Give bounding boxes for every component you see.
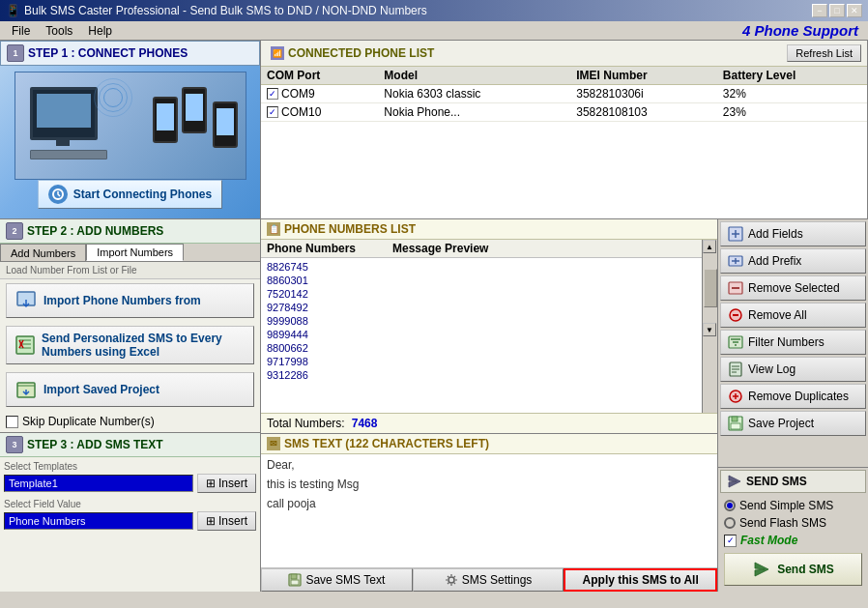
add-fields-label: Add Fields — [748, 227, 803, 241]
add-fields-icon — [727, 225, 744, 243]
phone3 — [213, 101, 238, 148]
remove-duplicates-button[interactable]: Remove Duplicates — [720, 384, 866, 409]
checkbox-com10[interactable]: ✓ — [267, 106, 278, 118]
model-com10: Nokia Phone... — [378, 103, 570, 122]
sms-text-area[interactable]: Dear, this is testing Msg call pooja — [261, 454, 717, 567]
col-preview-header: Message Preview — [392, 242, 711, 255]
step3-icon: 3 — [6, 436, 23, 453]
num-row-1: 8826745 — [267, 260, 711, 274]
filter-numbers-label: Filter Numbers — [748, 335, 825, 349]
refresh-button[interactable]: Refresh List — [787, 44, 861, 62]
menu-file[interactable]: File — [4, 22, 38, 40]
num-row-5: 9999088 — [267, 314, 711, 328]
insert-template-button[interactable]: ⊞ Insert — [197, 474, 256, 493]
action-buttons: Add Fields Add Prefix Remove Selected — [718, 219, 868, 467]
apply-sms-button[interactable]: Apply this SMS to All — [564, 568, 717, 592]
skip-duplicate-checkbox[interactable] — [6, 416, 18, 428]
menubar: File Tools Help 4 Phone Support — [0, 21, 868, 41]
monitor-screen — [37, 94, 91, 128]
start-btn-label: Start Connecting Phones — [73, 188, 212, 201]
send-personalized-button[interactable]: Send Personalized SMS to Every Numbers u… — [6, 326, 254, 364]
save-project-button[interactable]: Save Project — [720, 411, 866, 436]
remove-selected-button[interactable]: Remove Selected — [720, 275, 866, 301]
skip-label: Skip Duplicate Number(s) — [22, 415, 155, 428]
sms-footer: Save SMS Text SMS Settings Apply this SM… — [261, 567, 717, 592]
filter-numbers-button[interactable]: Filter Numbers — [720, 330, 866, 355]
excel-icon — [14, 333, 36, 357]
battery-com10: 23% — [717, 103, 867, 122]
connect-icon — [48, 185, 68, 204]
numbers-table-area: Phone Numbers Message Preview 8826745 88… — [261, 240, 717, 413]
svg-rect-2 — [16, 336, 34, 354]
num-row-9: 9312286 — [267, 368, 711, 382]
right-column: Add Fields Add Prefix Remove Selected — [718, 219, 868, 592]
close-button[interactable]: ✕ — [847, 4, 862, 17]
main-content: 1 STEP 1 : CONNECT PHONES — [0, 41, 868, 581]
menu-help[interactable]: Help — [80, 22, 120, 40]
sms-panel: ✉ SMS TEXT (122 CHARACTERS LEFT) Dear, t… — [261, 433, 718, 592]
log-icon — [727, 361, 744, 378]
view-log-button[interactable]: View Log — [720, 357, 866, 382]
step3-panel: 3 STEP 3 : ADD SMS TEXT Select Templates… — [0, 432, 261, 592]
num-row-8: 9717998 — [267, 355, 711, 368]
project-icon — [14, 378, 38, 401]
sms-title: SMS TEXT (122 CHARACTERS LEFT) — [284, 437, 489, 450]
tab-add-numbers[interactable]: Add Numbers — [0, 244, 86, 261]
save-project-label: Save Project — [748, 417, 814, 430]
send-sms-button[interactable]: Send SMS — [724, 553, 862, 586]
field-value-select[interactable]: Phone Numbers — [4, 512, 193, 530]
scroll-down-btn[interactable]: ▼ — [703, 323, 716, 336]
import-phone-numbers-button[interactable]: Import Phone Numbers from — [6, 283, 254, 318]
fast-mode-checkbox[interactable]: ✓ — [724, 535, 737, 547]
sms-settings-button[interactable]: SMS Settings — [413, 568, 564, 592]
maximize-button[interactable]: □ — [829, 4, 845, 17]
personalized-btn-label: Send Personalized SMS to Every Numbers u… — [42, 332, 246, 359]
total-row: Total Numbers: 7468 — [261, 413, 717, 433]
remove-all-button[interactable]: Remove All — [720, 303, 866, 328]
start-connecting-button[interactable]: Start Connecting Phones — [38, 180, 222, 209]
numbers-body: 8826745 8860301 7520142 9278492 9999088 … — [261, 258, 717, 413]
checkbox-com9[interactable]: ✓ — [267, 88, 278, 100]
num-row-6: 9899444 — [267, 328, 711, 341]
brand-text: 4 Phone Support — [742, 22, 864, 39]
save-sms-button[interactable]: Save SMS Text — [261, 568, 413, 592]
template-select[interactable]: Template1 — [4, 475, 193, 492]
tab-import-numbers[interactable]: Import Numbers — [86, 244, 184, 261]
phone1 — [153, 97, 178, 143]
import-saved-project-button[interactable]: Import Saved Project — [6, 372, 254, 407]
add-prefix-button[interactable]: Add Prefix — [720, 248, 866, 274]
num-row-4: 9278492 — [267, 301, 711, 314]
scroll-thumb[interactable] — [704, 269, 717, 307]
send-title: SEND SMS — [746, 475, 807, 488]
imei-com10: 35828108103 — [570, 103, 717, 122]
step3-header: 3 STEP 3 : ADD SMS TEXT — [0, 433, 260, 457]
minimize-button[interactable]: − — [812, 4, 827, 17]
numbers-list: 8826745 8860301 7520142 9278492 9999088 … — [261, 258, 717, 413]
send-simple-row: Send Simple SMS — [720, 497, 866, 514]
model-com9: Nokia 6303 classic — [378, 85, 570, 103]
remove-all-label: Remove All — [748, 308, 807, 322]
send-panel: SEND SMS Send Simple SMS Send Flash SMS … — [718, 467, 868, 592]
menu-tools[interactable]: Tools — [38, 22, 80, 40]
send-flash-radio[interactable] — [724, 517, 736, 529]
send-simple-radio[interactable] — [724, 500, 736, 511]
monitor-stand — [56, 140, 70, 146]
svg-rect-6 — [291, 580, 299, 585]
svg-rect-5 — [291, 574, 297, 579]
numbers-scrollbar[interactable]: ▲ ▼ — [702, 240, 717, 413]
fast-mode-row: ✓ Fast Mode — [720, 532, 866, 549]
send-simple-label: Send Simple SMS — [739, 499, 833, 512]
phone2 — [182, 87, 207, 133]
step2-title: STEP 2 : ADD NUMBERS — [27, 224, 163, 238]
phone-table: COM Port Model IMEI Number Battery Level… — [261, 67, 867, 122]
add-fields-button[interactable]: Add Fields — [720, 221, 866, 246]
step1-illustration — [14, 72, 246, 180]
scroll-up-btn[interactable]: ▲ — [703, 240, 716, 253]
import-icon — [14, 289, 38, 312]
monitor — [30, 87, 98, 140]
svg-rect-17 — [731, 423, 740, 429]
numbers-panel: 📋 PHONE NUMBERS LIST Phone Numbers Messa… — [261, 219, 718, 433]
titlebar-controls[interactable]: − □ ✕ — [812, 4, 862, 17]
insert-field-button[interactable]: ⊞ Insert — [197, 511, 256, 531]
numbers-cols: Phone Numbers Message Preview — [261, 240, 717, 258]
